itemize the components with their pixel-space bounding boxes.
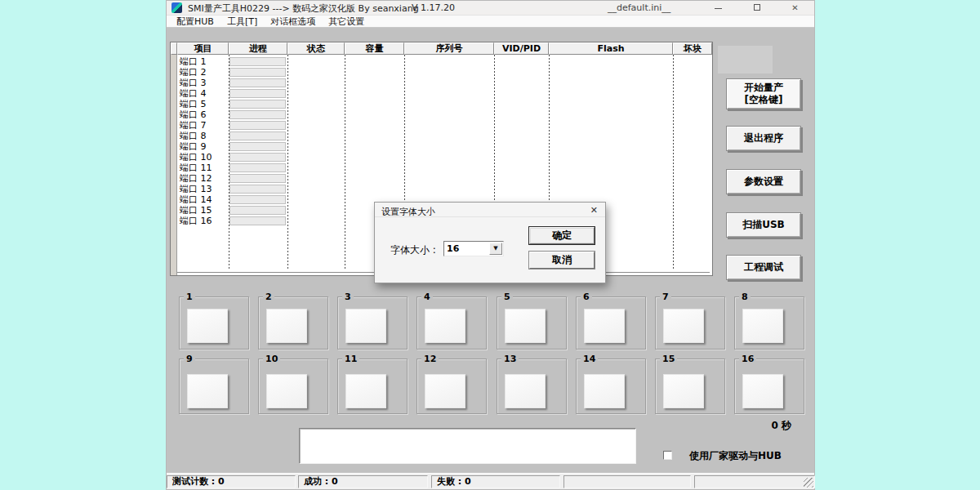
- exit-button[interactable]: 退出程序: [726, 126, 801, 151]
- table-row[interactable]: 端口 5: [171, 99, 712, 109]
- column-header-badblock[interactable]: 坏块: [673, 42, 712, 55]
- slot-number: 15: [660, 354, 677, 364]
- port-name: 端口 1: [180, 56, 207, 67]
- menu-dialog-options[interactable]: 对话框选项: [264, 16, 322, 28]
- status-fail: 失败 : 0: [431, 475, 560, 488]
- vendor-driver-hub-label: 使用厂家驱动与HUB: [689, 449, 782, 463]
- column-header-status[interactable]: 状态: [287, 42, 345, 55]
- scan-usb-button[interactable]: 扫描USB: [726, 212, 801, 238]
- minimize-icon[interactable]: [699, 1, 737, 16]
- chevron-down-icon[interactable]: ▼: [489, 243, 502, 255]
- progress-bar: [229, 195, 286, 204]
- table-row[interactable]: 端口 1: [171, 56, 712, 67]
- slot-number: 5: [501, 292, 513, 302]
- table-row[interactable]: 端口 8: [171, 131, 712, 141]
- window-controls: ✕: [699, 1, 814, 16]
- app-icon: [172, 2, 182, 13]
- menu-config-hub[interactable]: 配置HUB: [170, 16, 220, 28]
- port-name: 端口 16: [180, 216, 212, 226]
- close-icon[interactable]: ✕: [776, 1, 814, 16]
- progress-bar: [229, 153, 286, 162]
- parameter-settings-button[interactable]: 参数设置: [726, 169, 801, 194]
- slot-led: [663, 309, 704, 343]
- slot-number: 4: [421, 292, 433, 302]
- slot-led: [425, 374, 466, 408]
- table-row[interactable]: 端口 13: [171, 184, 712, 194]
- table-row[interactable]: 端口 4: [171, 88, 712, 99]
- status-success: 成功 : 0: [298, 475, 428, 488]
- slot-led: [505, 374, 546, 408]
- slot-number: 9: [184, 354, 195, 364]
- port-name: 端口 12: [180, 173, 212, 184]
- start-button-line2: [空格键]: [727, 94, 800, 106]
- slot-group-13: 13: [497, 359, 567, 414]
- port-name: 端口 2: [180, 67, 207, 78]
- ini-label: __default.ini__: [608, 2, 670, 13]
- column-header-capacity[interactable]: 容量: [345, 42, 404, 55]
- dialog-titlebar: 设置字体大小 ✕: [375, 203, 605, 217]
- ok-button[interactable]: 确定: [529, 227, 595, 244]
- vendor-driver-hub-checkbox[interactable]: [663, 451, 672, 460]
- slot-number: 14: [581, 354, 598, 364]
- table-row[interactable]: 端口 2: [171, 67, 712, 78]
- engineering-debug-button[interactable]: 工程调试: [726, 255, 801, 280]
- slot-led: [663, 374, 704, 408]
- slot-number: 6: [581, 292, 592, 302]
- table-row[interactable]: 端口 12: [171, 173, 712, 184]
- table-row[interactable]: 端口 10: [171, 152, 712, 163]
- menu-tools[interactable]: 工具[T]: [220, 16, 264, 28]
- progress-bar: [229, 131, 286, 140]
- column-header-progress[interactable]: 进程: [229, 42, 287, 55]
- menu-other-settings[interactable]: 其它设置: [322, 16, 371, 28]
- maximize-icon[interactable]: [737, 1, 776, 16]
- slot-group-12: 12: [416, 359, 487, 414]
- column-header-flash[interactable]: Flash: [549, 42, 673, 55]
- table-row[interactable]: 端口 9: [171, 141, 712, 152]
- slot-group-7: 7: [655, 296, 725, 350]
- cancel-button[interactable]: 取消: [529, 252, 595, 269]
- resize-grip-icon[interactable]: [804, 478, 813, 488]
- dialog-close-icon[interactable]: ✕: [590, 205, 598, 216]
- column-header-vidpid[interactable]: VID/PID: [494, 42, 549, 55]
- column-header-item[interactable]: 项目: [177, 42, 229, 55]
- status-empty-2: [694, 475, 815, 488]
- slot-led: [742, 309, 783, 343]
- slot-led: [266, 309, 307, 343]
- port-name: 端口 14: [180, 194, 212, 205]
- table-row[interactable]: 端口 11: [171, 163, 712, 173]
- slot-led: [742, 374, 783, 408]
- slot-number: 2: [263, 292, 274, 302]
- slot-group-16: 16: [734, 359, 804, 414]
- progress-bar: [229, 57, 286, 66]
- slot-number: 1: [184, 292, 195, 302]
- progress-bar: [229, 163, 286, 172]
- table-row[interactable]: 端口 3: [171, 78, 712, 88]
- table-row[interactable]: 端口 6: [171, 109, 712, 120]
- window-title: SMI量产工具H0229 ---> 数码之家汉化版 By seanxiang: [188, 2, 419, 15]
- slot-led: [584, 309, 625, 343]
- port-name: 端口 15: [180, 205, 212, 216]
- progress-bar: [229, 78, 286, 87]
- table-row[interactable]: 端口 7: [171, 120, 712, 131]
- progress-bar: [229, 206, 286, 215]
- font-size-value: 16: [447, 243, 459, 254]
- slot-number: 12: [421, 354, 439, 364]
- port-name: 端口 4: [180, 88, 207, 99]
- slot-number: 13: [501, 354, 519, 364]
- progress-bar: [229, 89, 286, 98]
- font-size-combobox[interactable]: 16 ▼: [443, 241, 504, 256]
- version-label: V 1.17.20: [412, 2, 455, 13]
- start-production-button[interactable]: 开始量产 [空格键]: [726, 78, 801, 109]
- port-name: 端口 5: [180, 99, 207, 109]
- column-header-serial[interactable]: 序列号: [404, 42, 494, 55]
- slot-number: 10: [263, 354, 280, 364]
- log-textbox[interactable]: [299, 428, 636, 464]
- progress-bar: [229, 110, 286, 119]
- slot-group-15: 15: [655, 359, 725, 414]
- menubar: 配置HUB 工具[T] 对话框选项 其它设置: [167, 16, 814, 28]
- port-name: 端口 11: [180, 163, 212, 173]
- column-header-spacer: [171, 42, 177, 55]
- slot-group-8: 8: [734, 296, 804, 350]
- slot-led: [584, 374, 625, 408]
- slot-group-11: 11: [337, 359, 408, 414]
